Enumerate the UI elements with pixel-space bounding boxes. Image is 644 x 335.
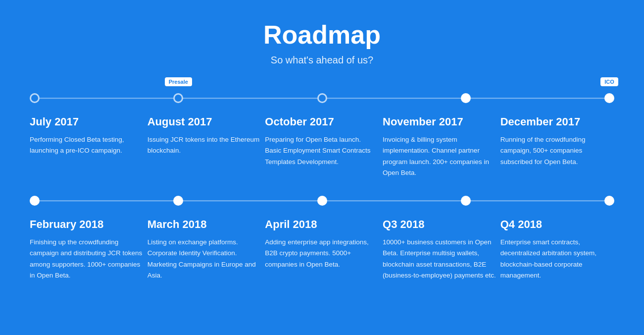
dot-november2017 <box>461 93 471 103</box>
circle-july2017 <box>30 93 40 103</box>
desc-feb2018: Finishing up the crowdfunding campaign a… <box>30 237 144 281</box>
timeline-row-1: Presale ICO July 2017 Performing Clos <box>30 91 614 178</box>
item-april2018: April 2018 Adding enterprise app integra… <box>265 218 379 281</box>
circle-december2017 <box>604 93 614 103</box>
month-august2017: August 2017 <box>148 115 261 128</box>
header-section: Roadmap So what's ahead of us? <box>30 20 614 66</box>
item-october2017: October 2017 Preparing for Open Beta lau… <box>265 115 379 178</box>
dot-december2017: ICO <box>604 93 614 103</box>
dot-q42018 <box>604 196 614 206</box>
month-q32018: Q3 2018 <box>383 218 496 231</box>
circle-feb2018 <box>30 196 40 206</box>
desc-august2017: Issuing JCR tokens into the Ethereum blo… <box>148 134 261 157</box>
circle-august2017 <box>173 93 183 103</box>
dot-march2018 <box>173 196 183 206</box>
badge-presale: Presale <box>165 77 192 86</box>
desc-march2018: Listing on exchange platforms. Corporate… <box>148 237 261 281</box>
month-q42018: Q4 2018 <box>500 218 614 231</box>
month-april2018: April 2018 <box>265 218 379 231</box>
dots-flex-2 <box>30 193 614 208</box>
month-october2017: October 2017 <box>265 115 379 128</box>
month-november2017: November 2017 <box>383 115 496 128</box>
timeline-row-2: February 2018 Finishing up the crowdfund… <box>30 193 614 281</box>
dot-april2018 <box>317 196 327 206</box>
circle-october2017 <box>317 93 327 103</box>
page-container: Roadmap So what's ahead of us? Presale <box>0 0 644 321</box>
item-august2017: August 2017 Issuing JCR tokens into the … <box>148 115 261 178</box>
month-july2017: July 2017 <box>30 115 144 128</box>
circle-q42018 <box>604 196 614 206</box>
page-title: Roadmap <box>30 20 614 50</box>
dot-q32018 <box>461 196 471 206</box>
circle-q32018 <box>461 196 471 206</box>
desc-october2017: Preparing for Open Beta launch. Basic Em… <box>265 134 379 168</box>
dot-october2017 <box>317 93 327 103</box>
item-feb2018: February 2018 Finishing up the crowdfund… <box>30 218 144 281</box>
desc-november2017: Invoicing & billing system implementatio… <box>383 134 496 178</box>
month-march2018: March 2018 <box>148 218 261 231</box>
circle-november2017 <box>461 93 471 103</box>
items-row-2: February 2018 Finishing up the crowdfund… <box>30 218 614 281</box>
desc-q42018: Enterprise smart contracts, decentralize… <box>500 237 614 281</box>
item-november2017: November 2017 Invoicing & billing system… <box>383 115 496 178</box>
dot-july2017 <box>30 93 40 103</box>
desc-q32018: 10000+ business customers in Open Beta. … <box>383 237 496 281</box>
desc-july2017: Performing Closed Beta testing, launchin… <box>30 134 144 157</box>
page-subtitle: So what's ahead of us? <box>30 55 614 66</box>
item-march2018: March 2018 Listing on exchange platforms… <box>148 218 261 281</box>
dots-flex-1: Presale ICO <box>30 91 614 106</box>
month-december2017: December 2017 <box>500 115 614 128</box>
circle-april2018 <box>317 196 327 206</box>
item-q32018: Q3 2018 10000+ business customers in Ope… <box>383 218 496 281</box>
item-december2017: December 2017 Running of the crowdfundin… <box>500 115 614 178</box>
circle-march2018 <box>173 196 183 206</box>
desc-april2018: Adding enterprise app integrations, B2B … <box>265 237 379 270</box>
dot-feb2018 <box>30 196 40 206</box>
items-row-1: July 2017 Performing Closed Beta testing… <box>30 115 614 178</box>
dot-august2017: Presale <box>173 93 183 103</box>
item-q42018: Q4 2018 Enterprise smart contracts, dece… <box>500 218 614 281</box>
item-july2017: July 2017 Performing Closed Beta testing… <box>30 115 144 178</box>
badge-ico: ICO <box>600 77 618 86</box>
month-feb2018: February 2018 <box>30 218 144 231</box>
dots-row-1: Presale ICO <box>30 91 614 106</box>
dots-row-2 <box>30 193 614 208</box>
desc-december2017: Running of the crowdfunding campaign, 50… <box>500 134 614 168</box>
